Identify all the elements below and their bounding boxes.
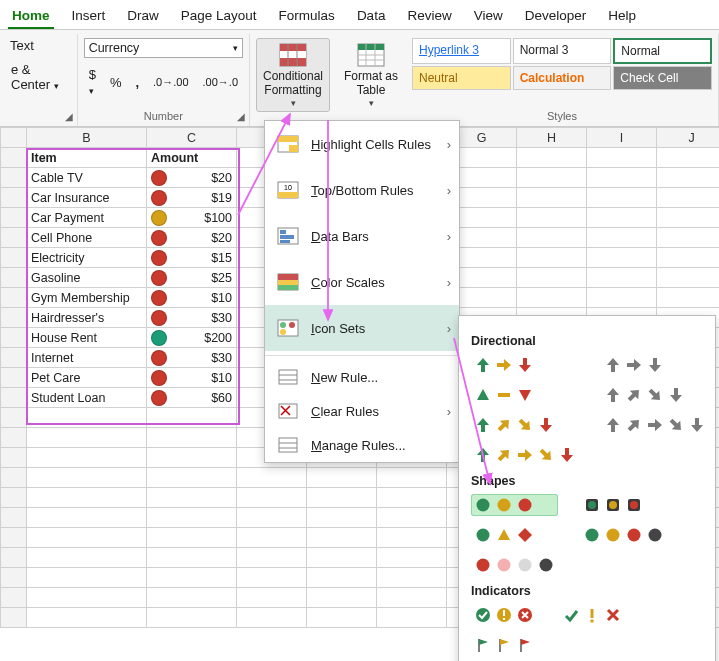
- row-header-1[interactable]: [1, 148, 27, 168]
- cell-B4[interactable]: Car Payment: [27, 208, 147, 228]
- row-header-21[interactable]: [1, 548, 27, 568]
- cell-J2[interactable]: [657, 168, 720, 188]
- menu-item-icon-sets[interactable]: Icon Sets›: [265, 305, 459, 351]
- row-header-9[interactable]: [1, 308, 27, 328]
- row-header-12[interactable]: [1, 368, 27, 388]
- cell-H7[interactable]: [517, 268, 587, 288]
- cell-B14[interactable]: [27, 408, 147, 428]
- cell-D17[interactable]: [237, 468, 307, 488]
- tab-page-layout[interactable]: Page Layout: [177, 4, 261, 29]
- row-header-16[interactable]: [1, 448, 27, 468]
- decrease-decimal-button[interactable]: .00→.0: [198, 73, 243, 91]
- tab-insert[interactable]: Insert: [68, 4, 110, 29]
- cell-E17[interactable]: [307, 468, 377, 488]
- increase-decimal-button[interactable]: .0→.00: [148, 73, 193, 91]
- cell-J4[interactable]: [657, 208, 720, 228]
- cell-B7[interactable]: Gasoline: [27, 268, 147, 288]
- cell-B10[interactable]: House Rent: [27, 328, 147, 348]
- cell-C2[interactable]: $20: [147, 168, 237, 188]
- cell-I7[interactable]: [587, 268, 657, 288]
- iconset-3-signs[interactable]: [471, 524, 558, 546]
- cell-H8[interactable]: [517, 288, 587, 308]
- cell-H5[interactable]: [517, 228, 587, 248]
- cell-I5[interactable]: [587, 228, 657, 248]
- style-swatch-5[interactable]: Check Cell: [613, 66, 712, 90]
- row-header-2[interactable]: [1, 168, 27, 188]
- cell-E23[interactable]: [307, 588, 377, 608]
- cell-F23[interactable]: [377, 588, 447, 608]
- cell-E21[interactable]: [307, 548, 377, 568]
- cell-B9[interactable]: Hairdresser's: [27, 308, 147, 328]
- cell-B22[interactable]: [27, 568, 147, 588]
- iconset-3-traffic-lights-rimmed[interactable]: [580, 494, 667, 516]
- iconset-4arrows-gray[interactable]: [601, 384, 709, 406]
- row-header-5[interactable]: [1, 228, 27, 248]
- cell-H4[interactable]: [517, 208, 587, 228]
- cell-B3[interactable]: Car Insurance: [27, 188, 147, 208]
- cell-C15[interactable]: [147, 428, 237, 448]
- row-header-19[interactable]: [1, 508, 27, 528]
- cell-E20[interactable]: [307, 528, 377, 548]
- cell-B19[interactable]: [27, 508, 147, 528]
- cell-C19[interactable]: [147, 508, 237, 528]
- percent-button[interactable]: %: [105, 72, 127, 93]
- menu-item-top-bottom-rules[interactable]: 10Top/Bottom Rules›: [265, 167, 459, 213]
- style-swatch-0[interactable]: Hyperlink 3: [412, 38, 511, 64]
- row-header-13[interactable]: [1, 388, 27, 408]
- cell-C12[interactable]: $10: [147, 368, 237, 388]
- cell-C17[interactable]: [147, 468, 237, 488]
- cell-C14[interactable]: [147, 408, 237, 428]
- cell-E22[interactable]: [307, 568, 377, 588]
- tab-home[interactable]: Home: [8, 4, 54, 29]
- format-as-table-button[interactable]: Format as Table: [334, 38, 408, 112]
- cell-F17[interactable]: [377, 468, 447, 488]
- cell-C1[interactable]: Amount: [147, 148, 237, 168]
- iconset-3arrows-gray[interactable]: [601, 354, 709, 376]
- cell-F21[interactable]: [377, 548, 447, 568]
- iconset-4arrows-colored[interactable]: [471, 414, 579, 436]
- cell-B8[interactable]: Gym Membership: [27, 288, 147, 308]
- cell-D20[interactable]: [237, 528, 307, 548]
- menu-item-clear-rules[interactable]: Clear Rules›: [265, 394, 459, 428]
- cell-C6[interactable]: $15: [147, 248, 237, 268]
- iconset-4-red-to-black[interactable]: [471, 554, 558, 576]
- corner-cell[interactable]: [1, 128, 27, 148]
- tab-data[interactable]: Data: [353, 4, 390, 29]
- row-header-14[interactable]: [1, 408, 27, 428]
- cell-D22[interactable]: [237, 568, 307, 588]
- row-header-15[interactable]: [1, 428, 27, 448]
- iconset-3arrows-colored[interactable]: [471, 354, 579, 376]
- iconset-5arrows-colored[interactable]: [471, 444, 579, 466]
- menu-item-color-scales[interactable]: Color Scales›: [265, 259, 459, 305]
- cell-H2[interactable]: [517, 168, 587, 188]
- cell-B13[interactable]: Student Loan: [27, 388, 147, 408]
- row-header-17[interactable]: [1, 468, 27, 488]
- cell-C13[interactable]: $60: [147, 388, 237, 408]
- number-format-combo[interactable]: Currency▾: [84, 38, 243, 58]
- cell-J1[interactable]: [657, 148, 720, 168]
- cell-B23[interactable]: [27, 588, 147, 608]
- tab-help[interactable]: Help: [604, 4, 640, 29]
- cell-I6[interactable]: [587, 248, 657, 268]
- style-swatch-1[interactable]: Normal 3: [513, 38, 612, 64]
- cell-F19[interactable]: [377, 508, 447, 528]
- style-swatch-4[interactable]: Calculation: [513, 66, 612, 90]
- cell-B15[interactable]: [27, 428, 147, 448]
- cell-D19[interactable]: [237, 508, 307, 528]
- cell-D23[interactable]: [237, 588, 307, 608]
- row-header-20[interactable]: [1, 528, 27, 548]
- cell-F18[interactable]: [377, 488, 447, 508]
- cell-B17[interactable]: [27, 468, 147, 488]
- tab-developer[interactable]: Developer: [521, 4, 591, 29]
- cell-B5[interactable]: Cell Phone: [27, 228, 147, 248]
- cell-C23[interactable]: [147, 588, 237, 608]
- col-header-I[interactable]: I: [587, 128, 657, 148]
- iconset-3triangles[interactable]: [471, 384, 579, 406]
- cell-I2[interactable]: [587, 168, 657, 188]
- cell-E18[interactable]: [307, 488, 377, 508]
- cell-C7[interactable]: $25: [147, 268, 237, 288]
- cell-D21[interactable]: [237, 548, 307, 568]
- cell-B24[interactable]: [27, 608, 147, 628]
- iconset-3-symbols-circled[interactable]: [471, 604, 537, 626]
- menu-item-new-rule...[interactable]: New Rule...: [265, 360, 459, 394]
